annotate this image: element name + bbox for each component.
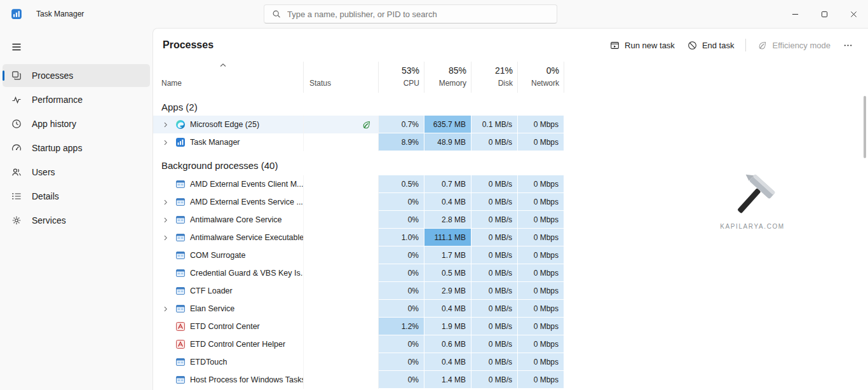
titlebar: Task Manager [0,0,868,28]
process-row[interactable]: ETD Control Center1.2%1.9 MB0 MB/s0 Mbps [153,318,868,335]
window-icon [175,357,186,367]
disk-value-cell: 0 MB/s [471,335,518,353]
process-name: Task Manager [190,138,240,147]
watermark: KAPILARYA.COM [692,167,813,230]
sidebar-item-label: Services [32,215,66,225]
process-row[interactable]: Microsoft Edge (25)0.7%635.7 MB0.1 MB/s0… [153,116,868,133]
sidebar-item-services[interactable]: Services [3,209,150,232]
process-row[interactable]: Host Process for Windows Tasks0%1.4 MB0 … [153,371,868,389]
memory-value-cell: 48.9 MB [424,133,471,151]
column-label: Memory [439,79,466,88]
process-row[interactable]: Antimalware Service Executable1.0%111.1 … [153,229,868,246]
cpu-value-cell: 1.2% [379,318,424,335]
process-row[interactable]: Credential Guard & VBS Key Is...0%0.5 MB… [153,264,868,282]
sidebar-item-performance[interactable]: Performance [3,88,150,111]
network-value-cell: 0 Mbps [518,193,564,211]
more-icon [843,41,853,50]
network-value-cell: 0 Mbps [518,246,564,264]
process-table-body: Apps (2)Microsoft Edge (25)0.7%635.7 MB0… [153,93,868,389]
sidebar-item-processes[interactable]: Processes [3,64,150,87]
sidebar-item-users[interactable]: Users [3,161,150,184]
run-new-task-button[interactable]: Run new task [604,36,681,55]
process-row[interactable]: Task Manager8.9%48.9 MB0 MB/s0 Mbps [153,133,868,151]
column-header-disk[interactable]: 21%Disk [471,62,518,93]
window-icon [175,215,186,225]
network-value-cell: 0 Mbps [518,353,564,371]
chevron-placeholder [162,323,175,330]
window-icon [175,250,186,260]
process-name: AMD External Events Service ... [190,198,303,206]
maximize-button[interactable] [810,0,839,28]
expand-chevron-icon[interactable] [162,121,175,128]
task-manager-app-icon [11,8,22,20]
sort-ascending-icon [219,62,227,68]
column-header-cpu[interactable]: 53%CPU [379,62,424,93]
more-options-button[interactable] [837,36,859,55]
disk-value-cell: 0 MB/s [471,264,518,282]
process-row[interactable]: Elan Service0%0.4 MB0 MB/s0 Mbps [153,300,868,318]
cpu-value-cell: 0% [379,335,424,353]
status-cell [304,193,379,211]
cpu-value-cell: 0% [379,353,424,371]
sidebar-item-startup-apps[interactable]: Startup apps [3,137,150,159]
column-header-memory[interactable]: 85%Memory [424,62,471,93]
column-header-name[interactable]: Name [153,62,304,93]
process-row[interactable]: ETDTouch0%0.4 MB0 MB/s0 Mbps [153,353,868,371]
status-cell [304,264,379,282]
process-row[interactable]: COM Surrogate0%1.7 MB0 MB/s0 Mbps [153,246,868,264]
cpu-value-cell: 8.9% [379,133,424,151]
memory-value-cell: 0.5 MB [424,264,471,282]
window-icon [175,304,186,314]
disk-value-cell: 0 MB/s [471,175,518,193]
hammer-watermark-icon [719,167,785,228]
window-icon [175,197,186,207]
process-name: ETDTouch [190,358,227,366]
command-label: End task [702,41,735,50]
memory-value-cell: 2.8 MB [424,211,471,229]
users-icon [11,167,22,177]
vertical-scrollbar[interactable] [864,96,866,158]
watermark-text: KAPILARYA.COM [692,223,813,230]
process-name-cell: AMD External Events Client M... [153,175,304,193]
expand-chevron-icon[interactable] [162,305,175,313]
disk-value-cell: 0 MB/s [471,371,518,389]
process-row[interactable]: ETD Control Center Helper0%0.6 MB0 MB/s0… [153,335,868,353]
expand-chevron-icon[interactable] [162,234,175,241]
status-cell [304,116,379,133]
column-header-status[interactable]: Status [304,62,379,93]
sidebar-item-label: App history [32,119,76,129]
process-name-cell: Elan Service [153,300,304,318]
etd-icon [175,321,186,332]
process-row[interactable]: CTF Loader0%2.9 MB0 MB/s0 Mbps [153,282,868,300]
close-icon [850,11,857,18]
expand-chevron-icon[interactable] [162,198,175,206]
status-cell [304,300,379,318]
network-value-cell: 0 Mbps [518,335,564,353]
command-label: Efficiency mode [772,41,831,50]
column-header-network[interactable]: 0%Network [518,62,564,93]
disk-value-cell: 0 MB/s [471,300,518,318]
end-task-button[interactable]: End task [681,36,741,55]
window-controls [780,0,868,28]
expand-chevron-icon[interactable] [162,216,175,224]
disk-value-cell: 0 MB/s [471,193,518,211]
edge-icon [175,119,186,130]
expand-chevron-icon[interactable] [162,138,175,146]
process-name-cell: Microsoft Edge (25) [153,116,304,133]
sidebar-item-details[interactable]: Details [3,185,150,208]
sidebar-item-app-history[interactable]: App history [3,112,150,135]
hamburger-icon [11,42,22,52]
selected-accent-bar [3,71,4,81]
sidebar-item-label: Processes [32,71,73,81]
navigation-menu-button[interactable] [5,36,28,58]
window-icon [175,232,186,243]
etd-icon [175,339,186,349]
page-title: Processes [163,39,214,51]
status-cell [304,246,379,264]
minimize-button[interactable] [780,0,810,28]
search-input[interactable] [287,10,557,19]
close-button[interactable] [839,0,868,28]
search-box[interactable] [264,4,557,24]
process-name: ETD Control Center [190,322,260,331]
efficiency-mode-button[interactable]: Efficiency mode [751,36,837,55]
